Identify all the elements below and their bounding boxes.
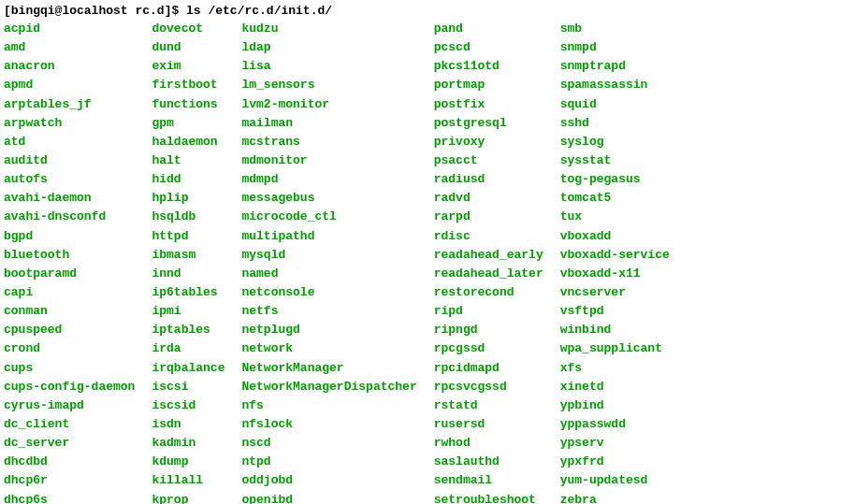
file-entry: kadmin xyxy=(152,434,225,453)
shell-prompt: [bingqi@localhost rc.d]$ ls /etc/rc.d/in… xyxy=(4,4,851,18)
file-entry: readahead_later xyxy=(434,265,543,283)
file-entry: squid xyxy=(560,95,670,114)
file-entry: named xyxy=(241,265,416,283)
file-entry: pand xyxy=(434,20,543,38)
file-entry: restorecond xyxy=(434,283,543,302)
file-entry: hidd xyxy=(152,170,225,189)
file-entry: postgresql xyxy=(434,114,543,133)
file-entry: kprop xyxy=(152,491,225,504)
file-entry: innd xyxy=(152,265,225,283)
file-entry: kdump xyxy=(152,453,225,471)
file-entry: psacct xyxy=(434,151,543,170)
file-entry: vsftpd xyxy=(560,302,670,321)
listing-column: dovecotdundeximfirstbootfunctionsgpmhald… xyxy=(152,20,225,504)
file-entry: radiusd xyxy=(434,170,543,189)
file-entry: ldap xyxy=(241,38,416,57)
file-entry: ypbind xyxy=(560,396,670,415)
file-entry: gpm xyxy=(152,114,225,133)
file-entry: halt xyxy=(152,151,225,170)
file-entry: arpwatch xyxy=(4,114,135,133)
file-entry: auditd xyxy=(4,151,135,170)
file-entry: ipmi xyxy=(152,302,225,321)
file-entry: radvd xyxy=(434,189,543,208)
file-entry: postfix xyxy=(434,95,543,114)
file-entry: firstboot xyxy=(152,76,225,94)
file-entry: mdmonitor xyxy=(241,151,416,170)
file-entry: oddjobd xyxy=(241,471,416,490)
file-entry: iptables xyxy=(152,321,225,339)
file-entry: lm_sensors xyxy=(241,76,416,94)
file-entry: tomcat5 xyxy=(560,189,670,208)
file-entry: tog-pegasus xyxy=(560,170,670,189)
file-entry: iscsi xyxy=(152,378,225,396)
file-entry: dovecot xyxy=(152,20,225,38)
file-entry: dc_client xyxy=(4,415,135,434)
file-entry: netfs xyxy=(241,302,416,321)
file-entry: irqbalance xyxy=(152,359,225,378)
file-entry: readahead_early xyxy=(434,246,543,265)
file-entry: dhcp6r xyxy=(4,471,135,490)
file-entry: crond xyxy=(4,339,135,358)
file-entry: kudzu xyxy=(241,20,416,38)
file-entry: ripngd xyxy=(434,321,543,339)
file-entry: cpuspeed xyxy=(4,321,135,339)
file-entry: multipathd xyxy=(241,227,416,246)
file-entry: xfs xyxy=(560,359,670,378)
file-entry: amd xyxy=(4,38,135,57)
file-entry: ibmasm xyxy=(152,246,225,265)
file-entry: mdmpd xyxy=(241,170,416,189)
file-entry: privoxy xyxy=(434,133,543,151)
file-entry: apmd xyxy=(4,76,135,94)
file-entry: killall xyxy=(152,471,225,490)
file-entry: conman xyxy=(4,302,135,321)
file-entry: rpcsvcgssd xyxy=(434,378,543,396)
file-entry: cups-config-daemon xyxy=(4,378,135,396)
file-entry: lvm2-monitor xyxy=(241,95,416,114)
file-entry: sendmail xyxy=(434,471,543,490)
file-entry: rarpd xyxy=(434,208,543,226)
file-entry: dhcp6s xyxy=(4,491,135,504)
file-entry: rstatd xyxy=(434,396,543,415)
file-entry: cups xyxy=(4,359,135,378)
file-entry: spamassassin xyxy=(560,76,670,94)
file-entry: yum-updatesd xyxy=(560,471,670,490)
file-entry: openibd xyxy=(241,491,416,504)
file-entry: portmap xyxy=(434,76,543,94)
file-entry: wpa_supplicant xyxy=(560,339,670,358)
file-entry: cyrus-imapd xyxy=(4,396,135,415)
file-entry: acpid xyxy=(4,20,135,38)
listing-column: kudzuldaplisalm_sensorslvm2-monitormailm… xyxy=(241,20,416,504)
listing-column: pandpcscdpkcs11otdportmappostfixpostgres… xyxy=(434,20,543,504)
file-entry: rpcidmapd xyxy=(434,359,543,378)
file-entry: irda xyxy=(152,339,225,358)
file-entry: iscsid xyxy=(152,396,225,415)
file-entry: bgpd xyxy=(4,227,135,246)
file-entry: netconsole xyxy=(241,283,416,302)
file-entry: hsqldb xyxy=(152,208,225,226)
file-entry: arptables_jf xyxy=(4,95,135,114)
file-entry: saslauthd xyxy=(434,453,543,471)
file-entry: xinetd xyxy=(560,378,670,396)
file-entry: capi xyxy=(4,283,135,302)
file-entry: bluetooth xyxy=(4,246,135,265)
file-entry: bootparamd xyxy=(4,265,135,283)
file-entry: NetworkManager xyxy=(241,359,416,378)
file-entry: sysstat xyxy=(560,151,670,170)
file-entry: vncserver xyxy=(560,283,670,302)
file-entry: avahi-dnsconfd xyxy=(4,208,135,226)
file-entry: mailman xyxy=(241,114,416,133)
file-entry: vboxadd xyxy=(560,227,670,246)
file-entry: vboxadd-service xyxy=(560,246,670,265)
file-entry: rwhod xyxy=(434,434,543,453)
file-entry: netplugd xyxy=(241,321,416,339)
file-entry: ntpd xyxy=(241,453,416,471)
file-entry: nscd xyxy=(241,434,416,453)
listing-column: smbsnmpdsnmptrapdspamassassinsquidsshdsy… xyxy=(560,20,670,504)
file-entry: sshd xyxy=(560,114,670,133)
file-entry: functions xyxy=(152,95,225,114)
file-entry: nfslock xyxy=(241,415,416,434)
file-entry: mcstrans xyxy=(241,133,416,151)
file-entry: isdn xyxy=(152,415,225,434)
file-entry: snmpd xyxy=(560,38,670,57)
file-entry: anacron xyxy=(4,57,135,76)
